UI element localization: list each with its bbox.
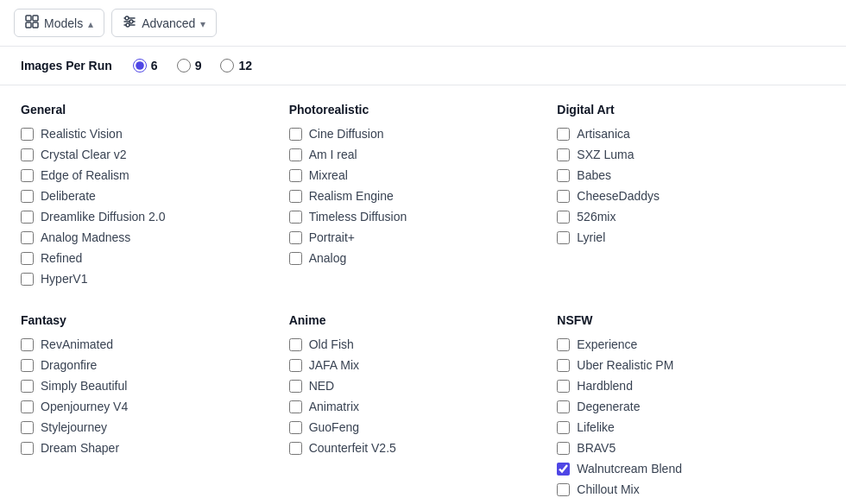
model-checkbox-revanimated[interactable] [21, 338, 34, 351]
model-label-realism_engine: Realism Engine [309, 189, 394, 203]
model-checkbox-refined[interactable] [21, 252, 34, 265]
model-checkbox-guofeng[interactable] [289, 421, 302, 434]
model-checkbox-lyriel[interactable] [557, 231, 570, 244]
model-item-timeless_diffusion[interactable]: Timeless Diffusion [289, 210, 558, 224]
model-item-deliberate[interactable]: Deliberate [21, 189, 289, 203]
model-item-revanimated[interactable]: RevAnimated [21, 337, 289, 351]
model-checkbox-dragonfire[interactable] [21, 359, 34, 372]
model-checkbox-dreamlike_diffusion[interactable] [21, 211, 34, 224]
model-item-hardblend[interactable]: Hardblend [557, 379, 825, 393]
model-label-experience: Experience [577, 337, 637, 351]
model-label-deliberate: Deliberate [41, 189, 96, 203]
model-checkbox-analog[interactable] [289, 252, 302, 265]
model-item-dream_shaper[interactable]: Dream Shaper [21, 441, 289, 455]
model-checkbox-jafa_mix[interactable] [289, 359, 302, 372]
model-item-realism_engine[interactable]: Realism Engine [289, 189, 558, 203]
model-checkbox-counterfeit_v25[interactable] [289, 442, 302, 455]
category-title-nsfw: NSFW [557, 313, 825, 327]
model-item-uber_realistic_pm[interactable]: Uber Realistic PM [557, 358, 825, 372]
model-checkbox-cine_diffusion[interactable] [289, 128, 302, 141]
model-item-simply_beautiful[interactable]: Simply Beautiful [21, 379, 289, 393]
model-item-hyperv1[interactable]: HyperV1 [21, 272, 289, 286]
model-checkbox-simply_beautiful[interactable] [21, 380, 34, 393]
category-fantasy: FantasyRevAnimatedDragonfireSimply Beaut… [21, 313, 289, 504]
advanced-button[interactable]: Advanced [111, 9, 217, 37]
model-item-stylejourney[interactable]: Stylejourney [21, 420, 289, 434]
model-item-dreamlike_diffusion[interactable]: Dreamlike Diffusion 2.0 [21, 210, 289, 224]
model-checkbox-uber_realistic_pm[interactable] [557, 359, 570, 372]
model-checkbox-526mix[interactable] [557, 211, 570, 224]
model-item-walnutcream_blend[interactable]: Walnutcream Blend [557, 462, 825, 476]
model-item-babes[interactable]: Babes [557, 168, 825, 182]
model-item-artisanica[interactable]: Artisanica [557, 127, 825, 141]
model-checkbox-old_fish[interactable] [289, 338, 302, 351]
model-item-old_fish[interactable]: Old Fish [289, 337, 558, 351]
model-checkbox-analog_madness[interactable] [21, 231, 34, 244]
model-item-chillout_mix[interactable]: Chillout Mix [557, 482, 825, 496]
model-item-526mix[interactable]: 526mix [557, 210, 825, 224]
model-checkbox-realistic_vision[interactable] [21, 128, 34, 141]
images-6-option[interactable]: 6 [133, 59, 158, 72]
model-item-mixreal[interactable]: Mixreal [289, 168, 558, 182]
model-item-lyriel[interactable]: Lyriel [557, 230, 825, 244]
images-12-radio[interactable] [220, 59, 234, 72]
model-item-guofeng[interactable]: GuoFeng [289, 420, 558, 434]
model-label-am_i_real: Am I real [309, 148, 357, 161]
model-checkbox-am_i_real[interactable] [289, 148, 302, 161]
model-item-cheesedaddys[interactable]: CheeseDaddys [557, 189, 825, 203]
images-9-radio[interactable] [177, 59, 191, 72]
model-checkbox-experience[interactable] [557, 338, 570, 351]
model-item-edge_of_realism[interactable]: Edge of Realism [21, 168, 289, 182]
model-checkbox-portrait_plus[interactable] [289, 231, 302, 244]
model-checkbox-brav5[interactable] [557, 442, 570, 455]
model-item-counterfeit_v25[interactable]: Counterfeit V2.5 [289, 441, 558, 455]
model-item-dragonfire[interactable]: Dragonfire [21, 358, 289, 372]
images-6-radio[interactable] [133, 59, 147, 72]
model-item-analog[interactable]: Analog [289, 251, 558, 265]
model-checkbox-degenerate[interactable] [557, 400, 570, 413]
model-checkbox-stylejourney[interactable] [21, 421, 34, 434]
model-item-portrait_plus[interactable]: Portrait+ [289, 230, 558, 244]
images-12-option[interactable]: 12 [220, 59, 252, 72]
model-checkbox-walnutcream_blend[interactable] [557, 463, 570, 476]
model-checkbox-mixreal[interactable] [289, 169, 302, 182]
model-checkbox-edge_of_realism[interactable] [21, 169, 34, 182]
model-item-sxz_luma[interactable]: SXZ Luma [557, 148, 825, 161]
model-item-realistic_vision[interactable]: Realistic Vision [21, 127, 289, 141]
model-checkbox-chillout_mix[interactable] [557, 483, 570, 496]
model-checkbox-openjourney_v4[interactable] [21, 400, 34, 413]
model-item-analog_madness[interactable]: Analog Madness [21, 230, 289, 244]
model-checkbox-hyperv1[interactable] [21, 273, 34, 286]
model-checkbox-sxz_luma[interactable] [557, 148, 570, 161]
model-item-am_i_real[interactable]: Am I real [289, 148, 558, 161]
model-checkbox-animatrix[interactable] [289, 400, 302, 413]
model-item-jafa_mix[interactable]: JAFA Mix [289, 358, 558, 372]
model-checkbox-realism_engine[interactable] [289, 190, 302, 203]
model-checkbox-lifelike[interactable] [557, 421, 570, 434]
model-item-crystal_clear_v2[interactable]: Crystal Clear v2 [21, 148, 289, 161]
model-label-analog_madness: Analog Madness [41, 230, 130, 244]
model-checkbox-dream_shaper[interactable] [21, 442, 34, 455]
model-checkbox-artisanica[interactable] [557, 128, 570, 141]
model-label-ned: NED [309, 379, 335, 393]
model-checkbox-babes[interactable] [557, 169, 570, 182]
model-checkbox-hardblend[interactable] [557, 380, 570, 393]
model-item-animatrix[interactable]: Animatrix [289, 400, 558, 413]
model-item-openjourney_v4[interactable]: Openjourney V4 [21, 400, 289, 413]
model-item-brav5[interactable]: BRAV5 [557, 441, 825, 455]
model-item-refined[interactable]: Refined [21, 251, 289, 265]
model-item-ned[interactable]: NED [289, 379, 558, 393]
model-item-experience[interactable]: Experience [557, 337, 825, 351]
model-label-refined: Refined [41, 251, 82, 265]
model-checkbox-deliberate[interactable] [21, 190, 34, 203]
category-title-anime: Anime [289, 313, 558, 327]
images-9-option[interactable]: 9 [177, 59, 202, 72]
model-item-cine_diffusion[interactable]: Cine Diffusion [289, 127, 558, 141]
model-item-degenerate[interactable]: Degenerate [557, 400, 825, 413]
model-checkbox-crystal_clear_v2[interactable] [21, 148, 34, 161]
model-checkbox-ned[interactable] [289, 380, 302, 393]
model-checkbox-cheesedaddys[interactable] [557, 190, 570, 203]
model-item-lifelike[interactable]: Lifelike [557, 420, 825, 434]
models-button[interactable]: Models [14, 9, 104, 37]
model-checkbox-timeless_diffusion[interactable] [289, 211, 302, 224]
